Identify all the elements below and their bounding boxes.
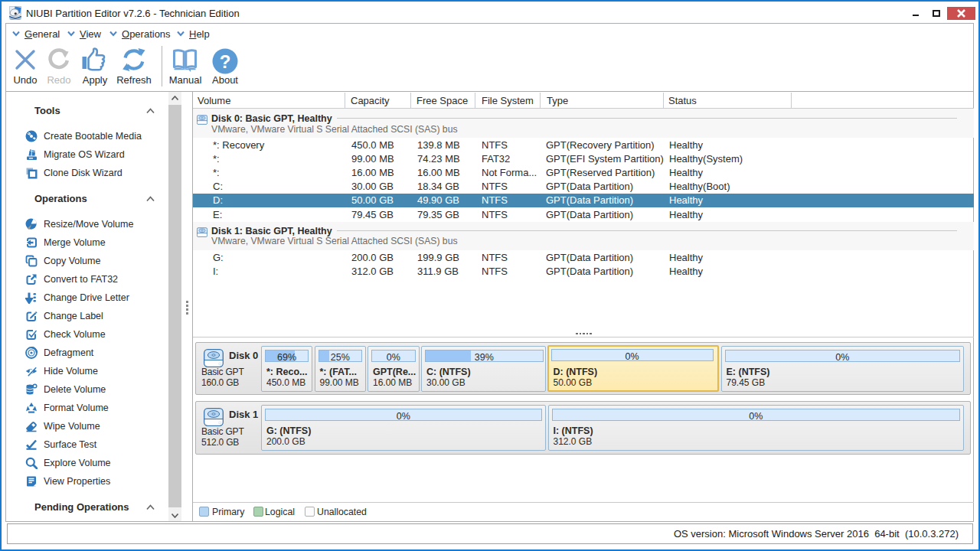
svg-text:?: ? xyxy=(220,51,231,72)
